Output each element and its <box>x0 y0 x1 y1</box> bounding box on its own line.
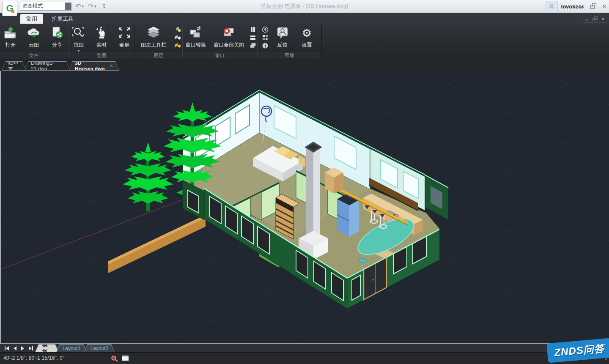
modules-icon[interactable] <box>261 34 269 41</box>
pan-hand-icon <box>94 26 109 40</box>
window-switch-button[interactable]: 窗口转换 <box>183 25 209 49</box>
mdi-restore-button[interactable] <box>593 17 597 21</box>
cabinet <box>325 167 343 194</box>
previous-layout-icon[interactable] <box>13 346 17 350</box>
pine-tree-left <box>123 142 173 211</box>
layer-freeze-icon[interactable] <box>174 34 181 41</box>
doc-tab-drawing1[interactable]: Drawing1-21.dwg <box>25 61 70 71</box>
tile-horizontal-icon[interactable] <box>249 34 257 41</box>
fullscreen-arrows-icon <box>117 26 132 40</box>
close-all-windows-icon <box>222 26 236 40</box>
person-icon <box>548 3 555 10</box>
app-logo-button[interactable]: G <box>2 1 17 16</box>
group-label-file: 文件 <box>0 52 68 59</box>
application-window: G 览图模式 ↶ ▾ ↷ ▾ ▾ 浩辰云图 电脑版 - [3D Housea.d… <box>0 0 609 364</box>
pan-realtime-button[interactable]: 实时 <box>91 25 112 49</box>
mdi-minimize-button[interactable] <box>585 17 590 21</box>
feedback-button[interactable]: 反馈 <box>272 25 294 49</box>
layer-color-icon[interactable] <box>174 42 181 49</box>
last-layout-icon[interactable] <box>28 346 33 350</box>
cascade-windows-icon[interactable] <box>249 42 257 49</box>
window-title: 浩辰云图 电脑版 - [3D Housea.dwg] <box>0 0 609 13</box>
zoom-extents-button[interactable]: 范围 ▾ <box>69 25 89 53</box>
open-folder-icon <box>3 26 18 40</box>
group-label-view: 览图 <box>69 52 134 59</box>
update-icon[interactable] <box>261 26 269 33</box>
zoom-extents-icon <box>71 26 86 40</box>
ribbon: 打开 云图 分享 <box>0 24 609 61</box>
status-bar: 40'-2 1/8", 80'-1 15/16", 0" 0 <box>0 352 609 364</box>
ribbon-group-file: 打开 云图 分享 <box>0 24 68 52</box>
ribbon-group-layer: 图层工具栏 图层 <box>135 24 182 52</box>
ribbon-group-help: 反馈 ⚙ 设置 帮助 <box>258 24 321 52</box>
group-label-window: 窗口 <box>183 52 257 59</box>
cloud-button[interactable]: 云图 <box>23 25 44 49</box>
layout-tab-bar: 模型 Layout1 Layout2 <box>0 343 609 352</box>
mdi-close-button[interactable]: × <box>601 17 605 21</box>
doc-tab-3d-housea[interactable]: 3D Housea.dwg × <box>69 61 119 71</box>
ribbon-tab-extended-tools[interactable]: 扩展工具 <box>46 14 80 24</box>
layout-tab-layout2[interactable]: Layout2 <box>84 344 115 352</box>
walkway <box>108 215 206 273</box>
open-button[interactable]: 打开 <box>0 25 21 49</box>
document-tab-bar: 起始页 Drawing1-21.dwg 3D Housea.dwg × <box>0 60 609 71</box>
layout-tab-model[interactable]: 模型 <box>35 344 59 352</box>
user-avatar[interactable] <box>546 1 558 12</box>
mdi-window-controls: × <box>583 15 607 23</box>
clean-screen-icon[interactable] <box>122 355 129 361</box>
next-layout-icon[interactable] <box>21 346 25 350</box>
close-tab-icon[interactable]: × <box>110 63 113 69</box>
annotation-monitor-icon[interactable] <box>111 355 118 362</box>
window-switch-icon <box>189 26 203 40</box>
gear-icon: ⚙ <box>302 26 312 40</box>
minimize-button[interactable] <box>579 4 585 9</box>
group-label-help: 帮助 <box>258 52 321 59</box>
share-icon <box>50 26 64 40</box>
doc-tab-start-page[interactable]: 起始页 <box>2 61 26 71</box>
drawing-canvas[interactable] <box>0 71 609 343</box>
coordinates-readout: 40'-2 1/8", 80'-1 15/16", 0" <box>3 355 64 361</box>
layer-on-icon[interactable] <box>174 26 181 33</box>
layout-tab-layout1[interactable]: Layout1 <box>56 344 87 352</box>
model-viewport[interactable] <box>1 71 609 343</box>
close-button[interactable]: × <box>601 4 607 9</box>
layers-icon <box>146 26 161 40</box>
feedback-icon <box>275 26 290 40</box>
ribbon-group-view: 范围 ▾ 实时 全屏 览图 <box>69 24 134 52</box>
group-label-layer: 图层 <box>135 52 182 59</box>
info-icon[interactable] <box>261 42 269 49</box>
tile-vertical-icon[interactable] <box>249 26 257 33</box>
fullscreen-button[interactable]: 全屏 <box>114 25 134 49</box>
settings-button[interactable]: ⚙ 设置 <box>296 25 318 49</box>
title-bar: G 览图模式 ↶ ▾ ↷ ▾ ▾ 浩辰云图 电脑版 - [3D Housea.d… <box>0 0 609 13</box>
cloud-sync-icon <box>27 26 41 40</box>
layer-toolbar-button[interactable]: 图层工具栏 <box>136 25 171 49</box>
restore-button[interactable] <box>590 4 596 9</box>
ribbon-tab-row: 常用 扩展工具 × <box>0 13 609 24</box>
close-all-windows-button[interactable]: 窗口全部关闭 <box>211 25 247 49</box>
ribbon-group-window: 窗口转换 窗口全部关闭 <box>183 24 257 52</box>
share-button[interactable]: 分享 <box>47 25 68 49</box>
ribbon-tab-home[interactable]: 常用 <box>20 14 43 24</box>
first-layout-icon[interactable] <box>4 346 9 350</box>
